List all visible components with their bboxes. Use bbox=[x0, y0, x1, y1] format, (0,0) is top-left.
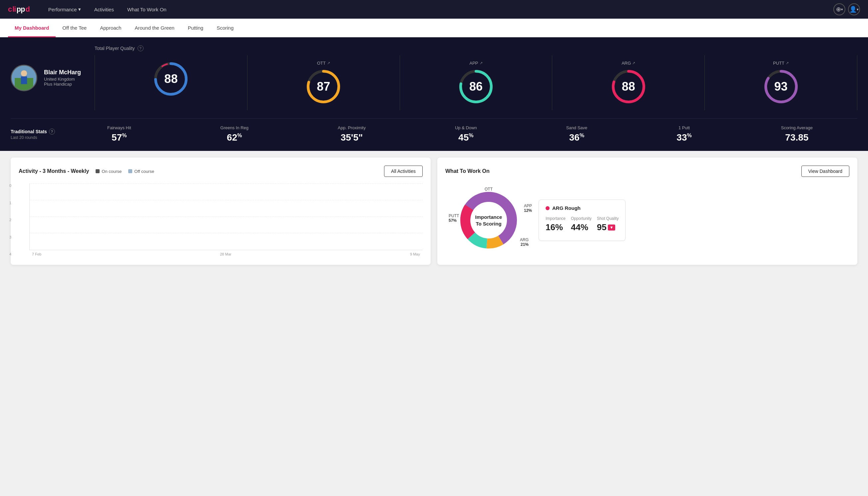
ring-putt: 93 bbox=[763, 68, 800, 105]
ring-overall: 88 bbox=[153, 61, 189, 97]
putt-label: PUTT ↗ bbox=[773, 61, 789, 66]
trad-label-block: Traditional Stats ? Last 20 rounds bbox=[11, 128, 57, 140]
activity-card-title: Activity - 3 Months - Weekly bbox=[19, 168, 89, 174]
hero-section: Blair McHarg United Kingdom Plus Handica… bbox=[0, 37, 868, 151]
ott-label: OTT ↗ bbox=[317, 61, 330, 66]
arg-score-value: 88 bbox=[622, 80, 635, 94]
arg-label: ARG ↗ bbox=[621, 61, 635, 66]
chevron-down-icon: ▾ bbox=[78, 6, 81, 12]
chevron-down-icon: ▾ bbox=[857, 7, 859, 12]
user-icon: 👤 bbox=[849, 6, 857, 13]
svg-rect-3 bbox=[21, 76, 27, 84]
view-dashboard-button[interactable]: View Dashboard bbox=[801, 166, 849, 177]
nav-icons: ⊕ ▾ 👤 ▾ bbox=[833, 3, 860, 15]
score-card-putt: PUTT ↗ 93 bbox=[705, 55, 857, 110]
stat-1-putt: 1 Putt 33% bbox=[677, 125, 692, 143]
total-player-quality-label: Total Player Quality ? bbox=[95, 45, 857, 51]
stat-app-proximity: App. Proximity 35'5" bbox=[338, 125, 366, 143]
nav-what-to-work-on[interactable]: What To Work On bbox=[122, 4, 172, 15]
arg-stats-row: Importance 16% Opportunity 44% Shot Qual… bbox=[546, 216, 618, 233]
score-card-app: APP ↗ 86 bbox=[400, 55, 553, 110]
activity-card-header: Activity - 3 Months - Weekly On course O… bbox=[19, 166, 423, 177]
score-card-ott: OTT ↗ 87 bbox=[248, 55, 400, 110]
stat-sand-save: Sand Save 36% bbox=[566, 125, 587, 143]
score-card-overall: 88 bbox=[95, 55, 248, 110]
avatar-image bbox=[12, 66, 36, 90]
stat-fairways-hit: Fairways Hit 57% bbox=[107, 125, 131, 143]
player-details: Blair McHarg United Kingdom Plus Handica… bbox=[44, 69, 81, 87]
ott-score-value: 87 bbox=[317, 80, 330, 94]
stat-up-down: Up & Down 45% bbox=[455, 125, 477, 143]
arg-opportunity-value: 44% bbox=[571, 222, 591, 233]
trad-stats-grid: Fairways Hit 57% Greens In Reg 62% App. … bbox=[63, 125, 857, 143]
player-info: Blair McHarg United Kingdom Plus Handica… bbox=[11, 65, 84, 91]
player-country: United Kingdom bbox=[44, 77, 81, 82]
greens-in-reg-value: 62% bbox=[227, 132, 242, 143]
work-on-card-header: What To Work On View Dashboard bbox=[445, 166, 849, 177]
overall-score-value: 88 bbox=[164, 72, 177, 86]
arg-detail-card: ARG Rough Importance 16% Opportunity 44% bbox=[539, 200, 626, 241]
player-handicap: Plus Handicap bbox=[44, 82, 81, 87]
chart-legend: On course Off course bbox=[96, 169, 154, 174]
help-icon[interactable]: ? bbox=[138, 45, 144, 51]
donut-svg: Importance To Scoring bbox=[455, 187, 522, 253]
logo[interactable]: clippd bbox=[8, 5, 30, 14]
down-badge: ▼ bbox=[608, 224, 615, 231]
ring-arg: 88 bbox=[610, 68, 647, 105]
nav-links: Performance ▾ Activities What To Work On bbox=[43, 4, 833, 15]
tab-around-the-green[interactable]: Around the Green bbox=[128, 19, 181, 37]
stat-scoring-average: Scoring Average 73.85 bbox=[781, 125, 813, 143]
top-navigation: clippd Performance ▾ Activities What To … bbox=[0, 0, 868, 19]
work-on-card: What To Work On View Dashboard OTT 10% A… bbox=[437, 158, 857, 265]
work-on-card-title: What To Work On bbox=[445, 168, 490, 174]
arg-importance-value: 16% bbox=[546, 222, 566, 233]
chart-x-labels: 7 Feb 28 Mar 9 May bbox=[29, 252, 423, 256]
help-icon[interactable]: ? bbox=[49, 128, 55, 135]
arg-dot bbox=[546, 206, 550, 210]
bottom-section: Activity - 3 Months - Weekly On course O… bbox=[0, 151, 868, 272]
nav-activities[interactable]: Activities bbox=[89, 4, 119, 15]
trad-label: Traditional Stats ? bbox=[11, 128, 57, 135]
svg-point-2 bbox=[21, 70, 27, 76]
svg-text:Importance: Importance bbox=[475, 214, 502, 220]
sand-save-value: 36% bbox=[569, 132, 584, 143]
tab-scoring[interactable]: Scoring bbox=[210, 19, 240, 37]
app-label: APP ↗ bbox=[469, 61, 482, 66]
chart-y-labels: 4 3 2 1 0 bbox=[9, 184, 11, 256]
arg-shot-quality-stat: Shot Quality 95 ▼ bbox=[597, 216, 618, 233]
tab-approach[interactable]: Approach bbox=[93, 19, 128, 37]
sub-navigation: My Dashboard Off the Tee Approach Around… bbox=[0, 19, 868, 37]
arrow-icon: ↗ bbox=[786, 61, 789, 65]
nav-performance[interactable]: Performance ▾ bbox=[43, 4, 86, 15]
svg-point-19 bbox=[471, 202, 507, 238]
scores-section: Total Player Quality ? 88 bbox=[95, 45, 857, 110]
tab-off-the-tee[interactable]: Off the Tee bbox=[56, 19, 93, 37]
avatar bbox=[11, 65, 37, 91]
arg-importance-stat: Importance 16% bbox=[546, 216, 566, 233]
app-score-value: 86 bbox=[469, 80, 483, 94]
add-button[interactable]: ⊕ ▾ bbox=[833, 3, 845, 15]
arrow-icon: ↗ bbox=[327, 61, 330, 65]
score-cards: 88 OTT ↗ 87 bbox=[95, 55, 857, 110]
arg-opportunity-stat: Opportunity 44% bbox=[571, 216, 591, 233]
chart-area bbox=[29, 184, 423, 250]
ring-ott: 87 bbox=[305, 68, 342, 105]
app-proximity-value: 35'5" bbox=[341, 132, 363, 143]
up-down-value: 45% bbox=[458, 132, 473, 143]
app-outer-label: APP 12% bbox=[524, 203, 532, 213]
trad-subtitle: Last 20 rounds bbox=[11, 135, 57, 140]
svg-text:To Scoring: To Scoring bbox=[476, 221, 501, 227]
scoring-average-value: 73.85 bbox=[785, 132, 808, 143]
score-card-arg: ARG ↗ 88 bbox=[552, 55, 705, 110]
one-putt-value: 33% bbox=[677, 132, 692, 143]
tab-my-dashboard[interactable]: My Dashboard bbox=[8, 19, 56, 37]
arg-shot-quality-value: 95 ▼ bbox=[597, 222, 618, 233]
tab-putting[interactable]: Putting bbox=[181, 19, 210, 37]
all-activities-button[interactable]: All Activities bbox=[384, 166, 423, 177]
player-name: Blair McHarg bbox=[44, 69, 81, 76]
hero-top: Blair McHarg United Kingdom Plus Handica… bbox=[11, 45, 857, 110]
user-menu-button[interactable]: 👤 ▾ bbox=[848, 3, 860, 15]
activity-card: Activity - 3 Months - Weekly On course O… bbox=[11, 158, 431, 265]
plus-icon: ⊕ bbox=[836, 6, 841, 13]
putt-score-value: 93 bbox=[774, 80, 788, 94]
